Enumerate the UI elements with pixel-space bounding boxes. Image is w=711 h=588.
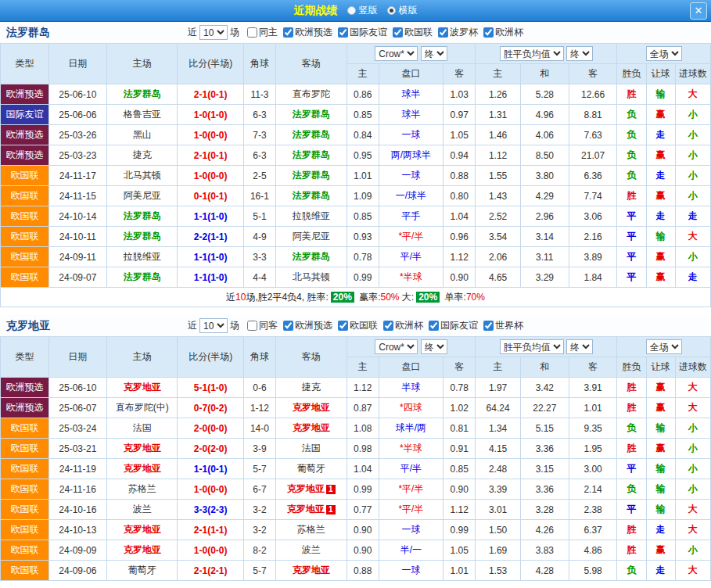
team-name[interactable]: 法罗群岛 <box>293 170 330 181</box>
filter-checkbox[interactable] <box>383 321 393 331</box>
filter-checkbox-item[interactable]: 世界杯 <box>483 319 523 332</box>
competition-cell: 欧国联 <box>1 186 49 206</box>
team-name[interactable]: 克罗地亚 <box>293 565 330 575</box>
team-name[interactable]: 苏格兰 <box>128 483 156 494</box>
team-name[interactable]: 黑山 <box>133 129 152 140</box>
filter-checkbox-item[interactable]: 国际友谊 <box>338 26 387 39</box>
away-team-cell: 克罗地亚 <box>276 561 347 581</box>
competition-cell: 欧国联 <box>1 418 49 439</box>
filter-checkbox-item[interactable]: 波罗杯 <box>438 26 478 39</box>
team-name[interactable]: 法罗群岛 <box>124 271 161 282</box>
team-name[interactable]: 拉脱维亚 <box>293 210 330 221</box>
team-name[interactable]: 法国 <box>302 443 321 454</box>
filter-checkbox-item[interactable]: 欧国联 <box>338 319 378 332</box>
team-name[interactable]: 克罗地亚 <box>293 422 330 433</box>
filter-checkbox[interactable] <box>338 321 348 331</box>
team-name[interactable]: 克罗地亚 <box>124 524 161 535</box>
result-wdl-cell: 平 <box>617 247 646 267</box>
team-name[interactable]: 北马其顿 <box>293 271 330 282</box>
filter-checkbox[interactable] <box>283 321 293 331</box>
team-name[interactable]: 克罗地亚 <box>124 443 161 454</box>
result-wdl-cell: 负 <box>617 145 646 166</box>
team-name[interactable]: 克罗地亚 <box>287 483 325 494</box>
filter-checkbox[interactable] <box>429 321 439 331</box>
layout-radio-horizontal[interactable]: 横版 <box>387 4 418 17</box>
summary-text: 近 <box>226 292 235 303</box>
team-name[interactable]: 法国 <box>133 422 152 433</box>
filter-checkbox[interactable] <box>438 27 448 38</box>
filter-checkbox-item[interactable]: 欧洲预选 <box>283 26 332 39</box>
filter-checkbox-item[interactable]: 欧洲杯 <box>383 319 423 332</box>
close-icon[interactable]: ✕ <box>690 2 707 20</box>
competition-cell: 欧洲预选 <box>1 398 49 418</box>
result-goals-cell: 小 <box>675 247 710 267</box>
odds-stage-select[interactable]: 终 <box>421 339 447 354</box>
team-name[interactable]: 克罗地亚 <box>124 544 161 555</box>
avg-home-odds-cell: 1.12 <box>476 145 521 166</box>
team-name[interactable]: 直布罗陀(中) <box>116 402 169 413</box>
team-name[interactable]: 克罗地亚 <box>287 504 325 514</box>
team-name[interactable]: 法罗群岛 <box>124 210 161 221</box>
odds-stage-select-2[interactable]: 终 <box>566 46 593 61</box>
filter-checkbox-item[interactable]: 同主 <box>247 26 278 39</box>
scope-select[interactable]: 全场 <box>646 339 682 354</box>
team-name[interactable]: 法罗群岛 <box>124 231 161 242</box>
team-name[interactable]: 克罗地亚 <box>124 382 161 393</box>
avg-odds-select[interactable]: 胜平负均值 <box>500 46 564 61</box>
filter-checkbox-item[interactable]: 欧国联 <box>393 26 433 39</box>
away-team-cell: 法罗群岛 <box>276 247 347 267</box>
scope-select[interactable]: 全场 <box>646 46 682 61</box>
filter-checkbox[interactable] <box>247 27 257 38</box>
team-name[interactable]: 格鲁吉亚 <box>124 109 161 120</box>
team-name[interactable]: 波兰 <box>302 544 321 555</box>
team-name[interactable]: 葡萄牙 <box>297 463 325 474</box>
team-name[interactable]: 苏格兰 <box>297 524 325 535</box>
bookmaker-select[interactable]: Crow* <box>375 46 418 61</box>
handicap-controls: Crow* 终 <box>347 337 476 357</box>
filter-checkbox[interactable] <box>338 27 348 38</box>
team-name[interactable]: 葡萄牙 <box>128 565 156 575</box>
team-name[interactable]: 克罗地亚 <box>124 463 161 474</box>
filter-checkbox[interactable] <box>393 27 403 38</box>
ah-away-odds-cell: 0.81 <box>443 418 476 439</box>
team-name[interactable]: 波兰 <box>133 504 152 514</box>
recent-count-select[interactable]: 10 <box>199 25 228 40</box>
recent-count-select[interactable]: 10 <box>199 318 228 333</box>
layout-radio-vertical[interactable]: 竖版 <box>347 4 378 17</box>
ah-away-odds-cell: 1.05 <box>443 125 476 145</box>
team-name[interactable]: 法罗群岛 <box>293 190 330 201</box>
team-name[interactable]: 法罗群岛 <box>293 149 330 160</box>
team-name[interactable]: 法罗群岛 <box>293 109 330 120</box>
odds-stage-select-2[interactable]: 终 <box>566 339 593 354</box>
avg-draw-odds-cell: 3.83 <box>520 540 569 561</box>
ah-line-cell: *平/半 <box>379 479 443 500</box>
team-name[interactable]: 法罗群岛 <box>124 88 161 99</box>
filter-checkbox[interactable] <box>483 321 494 331</box>
result-goals-cell: 大 <box>675 84 710 105</box>
team-name[interactable]: 法罗群岛 <box>293 251 330 262</box>
avg-odds-select[interactable]: 胜平负均值 <box>500 339 564 354</box>
result-goals-cell: 小 <box>675 540 710 561</box>
filter-checkbox[interactable] <box>247 321 257 331</box>
team-name[interactable]: 北马其顿 <box>124 170 161 181</box>
odds-stage-select[interactable]: 终 <box>421 46 447 61</box>
team-name[interactable]: 直布罗陀 <box>293 88 330 99</box>
team-name[interactable]: 阿美尼亚 <box>124 190 161 201</box>
avg-home-odds-cell: 3.54 <box>476 227 521 247</box>
bookmaker-select[interactable]: Crow* <box>375 339 418 354</box>
avg-draw-odds-cell: 3.11 <box>520 247 569 267</box>
team-name[interactable]: 捷克 <box>133 149 152 160</box>
filter-checkbox-item[interactable]: 同客 <box>247 319 278 332</box>
team-name[interactable]: 克罗地亚 <box>293 402 330 413</box>
filter-checkbox[interactable] <box>283 27 293 38</box>
filter-checkbox[interactable] <box>483 27 494 38</box>
home-team-cell: 阿美尼亚 <box>106 186 178 206</box>
team-name[interactable]: 拉脱维亚 <box>124 251 161 262</box>
competition-cell: 欧国联 <box>1 166 49 186</box>
filter-checkbox-item[interactable]: 欧洲杯 <box>483 26 523 39</box>
filter-checkbox-item[interactable]: 国际友谊 <box>429 319 478 332</box>
team-name[interactable]: 捷克 <box>302 382 321 393</box>
filter-checkbox-item[interactable]: 欧洲预选 <box>283 319 332 332</box>
team-name[interactable]: 法罗群岛 <box>293 129 330 140</box>
team-name[interactable]: 阿美尼亚 <box>293 231 330 242</box>
